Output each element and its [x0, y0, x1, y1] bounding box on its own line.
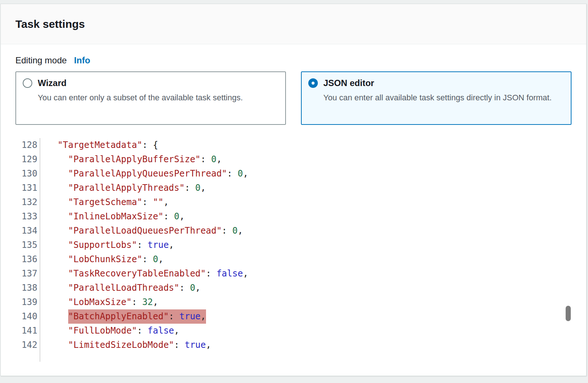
- code-token: false: [216, 268, 243, 279]
- wizard-option-head: Wizard: [23, 78, 279, 88]
- code-token: ,: [195, 283, 201, 293]
- code-token: :: [174, 340, 185, 350]
- json-editor-option-tile[interactable]: JSON editor You can enter all available …: [301, 71, 572, 125]
- code-token: ,: [153, 297, 158, 307]
- json-editor-option-label: JSON editor: [323, 78, 374, 88]
- line-number: 137: [15, 267, 40, 281]
- code-token: "LobChunkSize": [68, 254, 142, 264]
- code-line: 134 "ParallelLoadQueuesPerThread": 0,: [15, 224, 572, 238]
- panel-body: Editing modeInfo Wizard You can enter on…: [1, 44, 586, 362]
- code-token: :: [137, 240, 148, 250]
- code-token: "TargetMetadata": [58, 140, 142, 150]
- code-token: :: [142, 254, 153, 264]
- code-text[interactable]: "ParallelApplyThreads": 0,: [40, 181, 206, 195]
- code-token: ,: [179, 211, 184, 222]
- code-token: false: [148, 326, 174, 336]
- code-token: :: [179, 283, 190, 293]
- code-token: "ParallelApplyThreads": [68, 183, 185, 193]
- editor-scrollbar-thumb[interactable]: [566, 306, 571, 321]
- code-text[interactable]: "BatchApplyEnabled": true,: [40, 309, 206, 324]
- code-token: ,: [158, 254, 163, 264]
- code-token: ,: [216, 154, 221, 164]
- wizard-radio-button[interactable]: [23, 78, 32, 88]
- line-number: 141: [15, 324, 40, 338]
- code-text[interactable]: "FullLobMode": false,: [40, 324, 179, 338]
- code-line: 142 "LimitedSizeLobMode": true,: [15, 338, 572, 352]
- code-token: :: [163, 211, 174, 222]
- code-line: 137 "TaskRecoveryTableEnabled": false,: [15, 267, 572, 281]
- code-line: 132 "TargetSchema": "",: [15, 195, 572, 209]
- line-number: 138: [15, 281, 40, 295]
- code-token: 0: [174, 211, 179, 222]
- wizard-option-tile[interactable]: Wizard You can enter only a subset of th…: [15, 71, 286, 125]
- code-text[interactable]: "SupportLobs": true,: [40, 238, 174, 252]
- code-line: 133 "InlineLobMaxSize": 0,: [15, 209, 572, 224]
- code-text[interactable]: "ParallelApplyBufferSize": 0,: [40, 152, 222, 167]
- code-token: "ParallelLoadQueuesPerThread": [68, 226, 222, 236]
- code-token: :: [227, 168, 238, 179]
- editing-mode-label: Editing mode: [15, 55, 67, 65]
- code-token: 0: [195, 183, 201, 193]
- line-number: 136: [15, 252, 40, 267]
- panel-header: Task settings: [1, 4, 586, 44]
- json-editor-radio-button[interactable]: [308, 78, 318, 88]
- code-token: ,: [201, 311, 206, 321]
- code-token: 0: [232, 226, 238, 236]
- code-line: 135 "SupportLobs": true,: [15, 238, 572, 252]
- code-token: : {: [142, 140, 158, 150]
- code-text[interactable]: "ParallelLoadQueuesPerThread": 0,: [40, 224, 243, 238]
- task-settings-panel: Task settings Editing modeInfo Wizard Yo…: [0, 4, 587, 376]
- line-number: 134: [15, 224, 40, 238]
- code-token: :: [201, 154, 211, 164]
- code-token: ,: [243, 268, 248, 279]
- code-line: 140 "BatchApplyEnabled": true,: [15, 309, 572, 324]
- code-line: 128 "TargetMetadata": {: [15, 138, 572, 152]
- code-text[interactable]: "LobMaxSize": 32,: [40, 295, 158, 309]
- code-token: "InlineLobMaxSize": [68, 211, 163, 222]
- code-token: ,: [206, 340, 211, 350]
- code-token: :: [142, 197, 153, 207]
- code-text[interactable]: "ParallelApplyQueuesPerThread": 0,: [40, 167, 248, 181]
- code-token: "TaskRecoveryTableEnabled": [68, 268, 206, 279]
- page-title: Task settings: [15, 18, 85, 30]
- code-line: 139 "LobMaxSize": 32,: [15, 295, 572, 309]
- json-editor-option-head: JSON editor: [308, 78, 564, 88]
- code-line: 131 "ParallelApplyThreads": 0,: [15, 181, 572, 195]
- code-token: ,: [238, 226, 243, 236]
- code-line: 136 "LobChunkSize": 0,: [15, 252, 572, 267]
- code-token: "LobMaxSize": [68, 297, 132, 307]
- code-token: :: [222, 226, 232, 236]
- code-text[interactable]: "ParallelLoadThreads": 0,: [40, 281, 201, 295]
- code-text[interactable]: "TargetMetadata": {: [40, 138, 158, 152]
- code-token: ,: [174, 326, 179, 336]
- code-token: :: [169, 311, 179, 321]
- line-number: 128: [15, 138, 40, 152]
- code-token: :: [206, 268, 216, 279]
- code-text[interactable]: "LimitedSizeLobMode": true,: [40, 338, 211, 352]
- code-token: true: [179, 311, 201, 321]
- line-number: 133: [15, 209, 40, 224]
- code-token: ,: [169, 240, 174, 250]
- code-token: 0: [190, 283, 195, 293]
- code-token: "": [153, 197, 163, 207]
- code-token: ,: [163, 197, 169, 207]
- code-token: true: [148, 240, 169, 250]
- code-token: "LimitedSizeLobMode": [68, 340, 174, 350]
- line-number: 139: [15, 295, 40, 309]
- highlighted-code: "BatchApplyEnabled": true,: [68, 309, 206, 324]
- gutter-tail: [15, 352, 572, 362]
- code-token: "ParallelApplyQueuesPerThread": [68, 168, 227, 179]
- json-code-editor[interactable]: 128 "TargetMetadata": {129 "ParallelAppl…: [15, 138, 572, 362]
- line-number: 129: [15, 152, 40, 167]
- code-text[interactable]: "InlineLobMaxSize": 0,: [40, 209, 185, 224]
- info-link[interactable]: Info: [74, 55, 90, 65]
- editing-mode-radio-group: Wizard You can enter only a subset of th…: [15, 71, 572, 125]
- line-number: 142: [15, 338, 40, 352]
- code-text[interactable]: "TaskRecoveryTableEnabled": false,: [40, 267, 248, 281]
- code-token: 0: [153, 254, 158, 264]
- code-text[interactable]: "TargetSchema": "",: [40, 195, 169, 209]
- code-token: "BatchApplyEnabled": [68, 311, 169, 321]
- editing-mode-field-label: Editing modeInfo: [15, 55, 572, 66]
- code-text[interactable]: "LobChunkSize": 0,: [40, 252, 163, 267]
- code-token: 32: [142, 297, 153, 307]
